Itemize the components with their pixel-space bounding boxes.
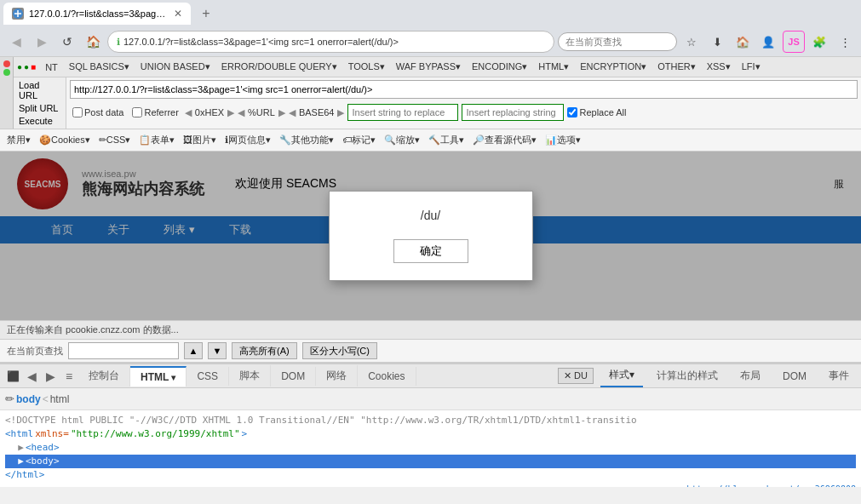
devtools-computed-tab[interactable]: 计算出的样式 bbox=[648, 365, 726, 387]
download-btn[interactable]: ⬇ bbox=[706, 31, 728, 53]
hackbar-menu-waf[interactable]: WAF BYPASS▾ bbox=[391, 60, 466, 74]
browser-tab[interactable]: 127.0.0.1/?r=list&class=3&page=1'<img sr… bbox=[3, 3, 191, 25]
devtools-prev-btn[interactable]: ◀ bbox=[22, 367, 41, 386]
hackbar-menu-encryption[interactable]: ENCRYPTION▾ bbox=[575, 60, 651, 74]
devtools-line-4[interactable]: ▶ <body> bbox=[5, 455, 856, 468]
devtools-panel: ⬛ ◀ ▶ ≡ 控制台 HTML ▾ CSS 脚本 DOM 网络 Cookies… bbox=[0, 363, 861, 487]
view-source-btn[interactable]: 🔎查看源代码▾ bbox=[469, 133, 540, 147]
replace-all-label[interactable]: Replace All bbox=[567, 107, 626, 117]
post-data-checkbox[interactable] bbox=[72, 107, 83, 117]
devtools-dom-tab[interactable]: DOM bbox=[774, 367, 815, 386]
forms-btn[interactable]: 📋表单▾ bbox=[135, 133, 178, 147]
options-btn[interactable]: 📊选项▾ bbox=[542, 133, 584, 147]
cookies-btn[interactable]: 🍪Cookies▾ bbox=[36, 134, 94, 146]
extension-btn[interactable]: 🧩 bbox=[808, 31, 830, 53]
load-url-btn[interactable]: Load URL bbox=[17, 79, 62, 101]
hackbar-menu-union[interactable]: UNION BASED▾ bbox=[135, 60, 215, 74]
referrer-checkbox[interactable] bbox=[132, 107, 142, 117]
devtools-style-tab[interactable]: 样式▾ bbox=[600, 364, 643, 387]
hackbar-menu-tools[interactable]: TOOLS▾ bbox=[343, 60, 390, 74]
menu-btn[interactable]: ⋮ bbox=[834, 31, 856, 53]
hackbar-menu-encoding[interactable]: ENCODING▾ bbox=[467, 60, 532, 74]
devtools-layout-tab[interactable]: 布局 bbox=[732, 365, 769, 387]
mark-btn[interactable]: 🏷标记▾ bbox=[339, 133, 379, 147]
bookmark-btn[interactable]: ☆ bbox=[680, 31, 703, 53]
devtools-tab-dom[interactable]: DOM bbox=[271, 367, 316, 386]
tools-btn[interactable]: 🔨工具▾ bbox=[425, 133, 468, 147]
other-tools-btn[interactable]: 🔧其他功能▾ bbox=[276, 133, 337, 147]
right-arrow1: ▶ bbox=[227, 107, 234, 118]
find-input[interactable] bbox=[68, 342, 179, 359]
hackbar-menu-xss[interactable]: XSS▾ bbox=[702, 60, 736, 74]
insert-replacing-input[interactable] bbox=[462, 104, 564, 121]
zoom-btn[interactable]: 🔍缩放▾ bbox=[381, 133, 423, 147]
reload-btn[interactable]: ↺ bbox=[56, 31, 78, 53]
devtools-edit-icon[interactable]: ✏ bbox=[5, 392, 14, 405]
hackbar-url-area: Post data Referrer ◀ 0xHEX ▶ ◀ %URL ▶ ◀ bbox=[66, 77, 861, 129]
hackbar-menu-lfi[interactable]: LFI▾ bbox=[737, 60, 766, 74]
images-btn[interactable]: 🖼图片▾ bbox=[180, 133, 220, 147]
js-btn[interactable]: JS bbox=[783, 31, 805, 53]
devtools-inspect-btn[interactable]: ⬛ bbox=[3, 367, 22, 386]
search-input[interactable] bbox=[558, 32, 677, 51]
hackbar-menu-other[interactable]: OTHER▾ bbox=[652, 60, 701, 74]
hackbar-content: ● ● ■ NT SQL BASICS▾ UNION BASED▾ ERROR/… bbox=[14, 57, 861, 129]
devtools-code-doctype: <!DOCTYPE html PUBLIC "-//W3C//DTD XHTML… bbox=[5, 414, 637, 427]
home-icon-btn[interactable]: 🏠 bbox=[732, 31, 754, 53]
tab-close-btn[interactable]: ✕ bbox=[174, 8, 182, 20]
devtools-close-btn[interactable]: ✕ DU bbox=[558, 368, 594, 384]
devtools-head-tag: <head> bbox=[26, 441, 60, 455]
devtools-blog-link[interactable]: https://blog.csdn.net/qq_36869808 bbox=[686, 484, 856, 487]
devtools-tab-html[interactable]: HTML ▾ bbox=[130, 366, 187, 387]
new-tab-btn[interactable]: + bbox=[194, 3, 218, 25]
devtools-tab-cookies[interactable]: Cookies bbox=[358, 367, 416, 386]
devtools-breadcrumb-html[interactable]: html bbox=[50, 393, 70, 405]
dialog-confirm-btn[interactable]: 确定 bbox=[393, 239, 468, 263]
css-btn[interactable]: ✏CSS▾ bbox=[95, 134, 135, 146]
case-sensitive-btn[interactable]: 区分大小写(C) bbox=[302, 342, 377, 359]
address-bar[interactable]: ℹ 127.0.0.1/?r=list&class=3&page=1'<img … bbox=[107, 31, 554, 53]
hackbar-url-input[interactable] bbox=[70, 80, 858, 99]
replace-all-text: Replace All bbox=[579, 107, 626, 117]
hackbar-menu-sql-basics[interactable]: SQL BASICS▾ bbox=[64, 60, 135, 74]
tab-bar: 127.0.0.1/?r=list&class=3&page=1'<img sr… bbox=[0, 0, 861, 27]
devtools-events-tab[interactable]: 事件 bbox=[820, 365, 858, 387]
devtools-body-expand[interactable]: ▶ bbox=[18, 455, 24, 468]
devtools-breadcrumb-sep: < bbox=[43, 393, 49, 405]
split-url-btn[interactable]: Split URL bbox=[17, 102, 62, 114]
hackbar-green-dot2: ● bbox=[24, 62, 29, 72]
forward-btn[interactable]: ▶ bbox=[31, 31, 53, 53]
highlight-all-btn[interactable]: 高亮所有(A) bbox=[232, 342, 297, 359]
execute-btn[interactable]: Execute bbox=[17, 115, 62, 127]
devtools-body-tag: <body> bbox=[26, 455, 60, 468]
post-data-checkbox-label[interactable]: Post data bbox=[70, 106, 126, 118]
find-up-btn[interactable]: ▲ bbox=[184, 342, 203, 359]
nav-bar: ◀ ▶ ↺ 🏠 ℹ 127.0.0.1/?r=list&class=3&page… bbox=[0, 27, 861, 56]
hackbar-menubar: ● ● ■ NT SQL BASICS▾ UNION BASED▾ ERROR/… bbox=[14, 57, 861, 77]
devtools-tab-script[interactable]: 脚本 bbox=[229, 365, 271, 387]
devtools-head-expand[interactable]: ▶ bbox=[18, 441, 24, 455]
devtools-breadcrumb-body[interactable]: body bbox=[16, 393, 41, 405]
alert-dialog: /du/ 确定 bbox=[329, 191, 533, 281]
hackbar-menu-nt[interactable]: NT bbox=[40, 60, 63, 74]
devtools-tabbar: ⬛ ◀ ▶ ≡ 控制台 HTML ▾ CSS 脚本 DOM 网络 Cookies… bbox=[0, 364, 861, 388]
devtools-bottom-link-area: https://blog.csdn.net/qq_36869808 bbox=[5, 484, 856, 487]
hackbar-green-dot: ● bbox=[17, 62, 22, 72]
disable-btn[interactable]: 禁用▾ bbox=[3, 133, 34, 147]
find-down-btn[interactable]: ▼ bbox=[208, 342, 227, 359]
hackbar-menu-error[interactable]: ERROR/DOUBLE QUERY▾ bbox=[216, 60, 342, 74]
hackbar-menu-html[interactable]: HTML▾ bbox=[533, 60, 574, 74]
referrer-checkbox-label[interactable]: Referrer bbox=[129, 106, 181, 118]
account-btn[interactable]: 👤 bbox=[757, 31, 779, 53]
home-btn[interactable]: 🏠 bbox=[82, 31, 104, 53]
insert-string-input[interactable] bbox=[347, 104, 458, 121]
devtools-tab-network[interactable]: 网络 bbox=[316, 365, 358, 387]
devtools-tab-console[interactable]: 控制台 bbox=[78, 365, 130, 387]
devtools-next-btn[interactable]: ▶ bbox=[41, 367, 60, 386]
green-indicator bbox=[3, 69, 10, 76]
devtools-list-btn[interactable]: ≡ bbox=[60, 367, 78, 386]
page-info-btn[interactable]: ℹ网页信息▾ bbox=[221, 133, 274, 147]
replace-all-checkbox[interactable] bbox=[567, 107, 577, 117]
back-btn[interactable]: ◀ bbox=[5, 31, 27, 53]
devtools-tab-css[interactable]: CSS bbox=[187, 367, 229, 386]
